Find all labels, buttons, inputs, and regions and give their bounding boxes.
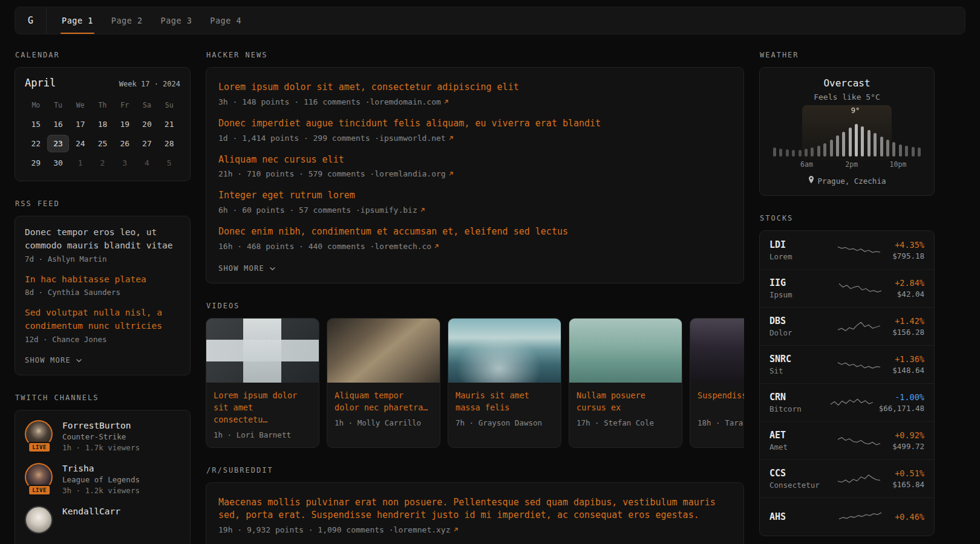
channel-name: ForrestBurton [62, 421, 140, 430]
stock-ticker: AET [769, 430, 825, 441]
stock-ticker: DBS [769, 316, 825, 326]
widget-title-rss: RSS FEED [15, 199, 191, 208]
stock-ticker: CRN [769, 392, 825, 403]
subreddit-widget: /R/SUBREDDIT Maecenas mollis pulvinar er… [206, 466, 744, 544]
weather-bar [792, 150, 795, 157]
stock-price: $795.18 [892, 251, 924, 261]
video-thumbnail [690, 319, 744, 383]
calendar-day-today: 23 [47, 135, 70, 152]
stock-values: +2.84%$42.04 [895, 278, 924, 299]
news-headline-link[interactable]: Lorem ipsum dolor sit amet, consectetur … [218, 81, 731, 94]
news-source-link[interactable]: loremlandia.org [374, 169, 445, 178]
right-column: WEATHER Overcast Feels like 5°C 9° 6am2p… [759, 51, 935, 536]
video-card[interactable]: Suspendisse diam18h · Tara [690, 318, 744, 448]
news-meta: 6h · 60 points · 57 comments · ipsumify.… [218, 206, 731, 215]
weather-time-label: 6am [800, 160, 813, 169]
channel-info: TrishaLeague of Legends3h · 1.2k viewers [62, 463, 140, 495]
tab-page-3[interactable]: Page 3 [152, 7, 201, 34]
news-meta-text: 6h · 60 points · 57 comments · [218, 206, 361, 215]
calendar-day: 2 [91, 154, 114, 172]
calendar-day: 15 [25, 115, 47, 133]
video-card[interactable]: Mauris sit amet massa felis7h · Grayson … [448, 318, 561, 448]
live-badge: LIVE [28, 442, 51, 453]
weather-feels-like: Feels like 5°C [769, 92, 924, 102]
hackernews-show-more-button[interactable]: SHOW MORE [218, 264, 276, 273]
news-source-link[interactable]: ipsumworld.net [379, 134, 446, 143]
news-source-link[interactable]: loremtech.co [374, 242, 431, 251]
twitch-channel[interactable]: LIVETrishaLeague of Legends3h · 1.2k vie… [25, 463, 180, 495]
stock-name: Lorem [769, 252, 825, 261]
weather-bar [912, 147, 915, 157]
rss-show-more-button[interactable]: SHOW MORE [25, 356, 82, 364]
stock-change: +2.84% [895, 278, 924, 288]
stock-change: +0.51% [892, 468, 924, 478]
channel-category: Counter-Strike [62, 432, 140, 441]
weather-peak-temp: 9° [851, 106, 860, 115]
page-tabs: Page 1Page 2Page 3Page 4 [53, 7, 250, 34]
external-link-icon [448, 135, 454, 141]
tab-page-2[interactable]: Page 2 [102, 7, 152, 34]
channel-info: ForrestBurtonCounter-Strike1h · 1.7k vie… [62, 420, 140, 452]
widget-title-stocks: STOCKS [760, 214, 935, 222]
calendar-day: 1 [69, 154, 91, 172]
news-headline-link[interactable]: Donec enim nibh, condimentum et accumsan… [218, 225, 731, 239]
video-card[interactable]: Nullam posuere cursus ex17h · Stefan Col… [569, 318, 682, 448]
news-headline-link[interactable]: Maecenas mollis pulvinar erat non posuer… [218, 496, 731, 523]
rss-headline-link[interactable]: In hac habitasse platea [25, 273, 180, 287]
rss-item: Donec tempor eros leo, ut commodo mauris… [25, 226, 180, 264]
news-source-link[interactable]: ipsumify.biz [361, 206, 417, 215]
weather-bar [867, 130, 871, 157]
video-title: Mauris sit amet massa felis [456, 389, 554, 414]
calendar-day: 24 [69, 135, 91, 152]
stock-change: +0.46% [895, 512, 924, 522]
calendar-day: 27 [136, 135, 158, 152]
stock-ticker: CCS [769, 468, 825, 479]
tab-page-4[interactable]: Page 4 [201, 7, 250, 34]
video-thumbnail [569, 319, 682, 383]
news-item: Lorem ipsum dolor sit amet, consectetur … [218, 81, 731, 106]
stock-row: AHS+0.46% [760, 497, 934, 536]
news-source-link[interactable]: loremnet.xyz [394, 525, 451, 534]
video-card[interactable]: Aliquam tempor dolor nec pharetra…1h · M… [327, 318, 440, 448]
channel-info: KendallCarr [62, 506, 120, 516]
stock-change: +4.35% [892, 240, 924, 250]
news-headline-link[interactable]: Aliquam nec cursus elit [218, 154, 731, 167]
stock-name: Bitcorn [769, 404, 825, 413]
stock-row: SNRCSit+1.36%$148.64 [760, 345, 934, 383]
rss-headline-link[interactable]: Donec tempor eros leo, ut commodo mauris… [25, 226, 180, 253]
chevron-down-icon [76, 356, 82, 364]
stock-price: $165.84 [892, 480, 924, 489]
left-column: CALENDAR April Week 17 · 2024 MoTuWeThFr… [15, 51, 191, 544]
stock-id: LDILorem [769, 239, 825, 261]
weather-bar [874, 133, 877, 157]
twitch-channel[interactable]: KendallCarr [25, 506, 180, 535]
center-column: HACKER NEWS Lorem ipsum dolor sit amet, … [206, 51, 744, 544]
news-source-link[interactable]: loremdomain.com [370, 97, 440, 106]
news-meta: 3h · 148 points · 116 comments · loremdo… [218, 97, 731, 106]
video-card[interactable]: Lorem ipsum dolor sit amet consectetu…1h… [206, 318, 319, 448]
stock-ticker: AHS [769, 511, 825, 522]
news-headline-link[interactable]: Donec imperdiet augue tincidunt felis al… [218, 117, 731, 131]
tab-page-1[interactable]: Page 1 [53, 7, 102, 34]
avatar-wrap: LIVE [25, 463, 54, 492]
stock-name: Dolor [769, 328, 825, 337]
news-meta-text: 19h · 9,932 points · 1,090 comments · [218, 525, 394, 534]
weather-bar [830, 140, 833, 157]
news-item: Integer eget rutrum lorem6h · 60 points … [218, 189, 731, 215]
hackernews-widget: HACKER NEWS Lorem ipsum dolor sit amet, … [206, 51, 744, 283]
video-title: Aliquam tempor dolor nec pharetra… [335, 389, 433, 414]
stock-change: +1.42% [892, 316, 924, 326]
twitch-channel[interactable]: LIVEForrestBurtonCounter-Strike1h · 1.7k… [25, 420, 180, 452]
stock-id: SNRCSit [769, 354, 825, 375]
rss-headline-link[interactable]: Sed volutpat nulla nisl, a condimentum n… [25, 306, 180, 333]
show-more-label: SHOW MORE [218, 264, 264, 273]
weather-chart: 9° 6am2pm10pm [769, 106, 924, 170]
weather-bar [855, 124, 858, 157]
tab-label: Page 1 [62, 16, 93, 25]
news-item: Donec imperdiet augue tincidunt felis al… [218, 117, 731, 143]
stock-values: +0.46% [895, 512, 924, 522]
news-headline-link[interactable]: Integer eget rutrum lorem [218, 189, 731, 202]
rss-list: Donec tempor eros leo, ut commodo mauris… [25, 226, 180, 344]
weather-bar [861, 126, 864, 157]
weather-widget: WEATHER Overcast Feels like 5°C 9° 6am2p… [759, 51, 935, 196]
